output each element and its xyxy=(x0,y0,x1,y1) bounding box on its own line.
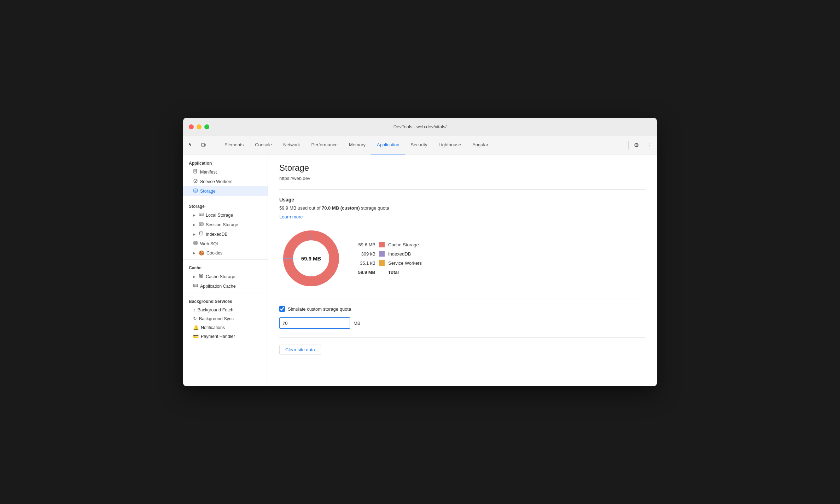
legend-label-indexeddb: IndexedDB xyxy=(388,251,411,257)
usage-title: Usage xyxy=(279,197,646,203)
sidebar-item-service-workers[interactable]: Service Workers xyxy=(183,177,268,186)
expand-arrow: ▶ xyxy=(193,275,197,279)
tab-memory[interactable]: Memory xyxy=(343,136,371,154)
sidebar-item-payment-handler[interactable]: 💳 Payment Handler xyxy=(183,332,268,341)
sidebar-item-notifications[interactable]: 🔔 Notifications xyxy=(183,323,268,332)
legend-label-sw: Service Workers xyxy=(388,260,422,266)
service-workers-label: Service Workers xyxy=(200,179,232,184)
sidebar-item-cookies[interactable]: ▶ 🍪 Cookies xyxy=(183,248,268,257)
sidebar-section-application: Application xyxy=(183,157,268,167)
legend-row-cache: 59.6 MB Cache Storage xyxy=(354,242,422,247)
actions-divider xyxy=(628,141,629,150)
legend-row-sw: 35.1 kB Service Workers xyxy=(354,260,422,266)
bg-sync-label: Background Sync xyxy=(199,316,234,321)
donut-chart: 59.9 MB xyxy=(279,227,343,290)
service-workers-icon xyxy=(193,178,198,184)
tab-angular[interactable]: Angular xyxy=(467,136,494,154)
storage-icon xyxy=(193,188,198,194)
usage-text: 59.9 MB used out of 70.0 MB (custom) sto… xyxy=(279,205,646,211)
expand-arrow: ▶ xyxy=(193,213,197,217)
more-icon[interactable]: ⋮ xyxy=(644,140,654,150)
legend-row-indexeddb: 309 kB IndexedDB xyxy=(354,251,422,257)
settings-icon[interactable]: ⚙ xyxy=(631,140,641,150)
cookies-icon: 🍪 xyxy=(199,250,204,256)
svg-point-7 xyxy=(194,179,197,183)
section-divider-2 xyxy=(279,299,646,299)
legend: 59.6 MB Cache Storage 309 kB IndexedDB 3… xyxy=(354,242,422,275)
content-url: https://web.dev xyxy=(279,176,646,181)
local-storage-icon xyxy=(199,212,204,218)
sidebar-item-manifest[interactable]: Manifest xyxy=(183,167,268,177)
sidebar-item-bg-sync[interactable]: ↻ Background Sync xyxy=(183,314,268,323)
indexeddb-label: IndexedDB xyxy=(206,232,228,237)
notifications-label: Notifications xyxy=(201,325,225,330)
cache-swatch xyxy=(379,242,385,247)
learn-more-link[interactable]: Learn more xyxy=(279,214,303,219)
svg-rect-1 xyxy=(205,144,206,146)
sidebar-item-indexeddb[interactable]: ▶ IndexedDB xyxy=(183,229,268,239)
devtools-window: DevTools - web.dev/vitals/ Elements xyxy=(183,118,657,386)
usage-bold: 70.0 MB (custom) xyxy=(322,205,360,211)
sidebar-section-bg-services: Background Services xyxy=(183,295,268,305)
device-icon[interactable] xyxy=(199,140,209,150)
tab-security[interactable]: Security xyxy=(405,136,433,154)
sidebar-item-application-cache[interactable]: Application Cache xyxy=(183,281,268,291)
svg-rect-9 xyxy=(199,213,203,216)
tab-application[interactable]: Application xyxy=(371,136,405,154)
indexeddb-swatch xyxy=(379,251,385,257)
sidebar-item-bg-fetch[interactable]: ↕ Background Fetch xyxy=(183,305,268,314)
tab-performance[interactable]: Performance xyxy=(306,136,343,154)
legend-label-cache: Cache Storage xyxy=(388,242,419,247)
sidebar-item-session-storage[interactable]: ▶ Session Storage xyxy=(183,220,268,229)
bg-fetch-label: Background Fetch xyxy=(198,307,233,312)
expand-arrow: ▶ xyxy=(193,251,197,255)
sidebar-section-storage: Storage xyxy=(183,200,268,210)
svg-rect-20 xyxy=(193,284,198,287)
legend-value-sw: 35.1 kB xyxy=(354,260,375,266)
tab-console[interactable]: Console xyxy=(249,136,278,154)
window-title: DevTools - web.dev/vitals/ xyxy=(393,124,447,129)
legend-row-total: 59.9 MB Total xyxy=(354,269,422,275)
donut-center-label: 59.9 MB xyxy=(301,256,321,262)
sidebar-item-web-sql[interactable]: Web SQL xyxy=(183,239,268,248)
tab-network[interactable]: Network xyxy=(278,136,306,154)
cookies-label: Cookies xyxy=(206,251,222,256)
quota-input[interactable] xyxy=(279,317,350,329)
quota-unit: MB xyxy=(354,321,361,326)
close-button[interactable] xyxy=(189,124,194,129)
title-bar: DevTools - web.dev/vitals/ xyxy=(183,118,657,136)
sidebar-item-storage[interactable]: Storage xyxy=(183,186,268,196)
svg-point-8 xyxy=(194,189,197,190)
maximize-button[interactable] xyxy=(204,124,209,129)
bg-sync-icon: ↻ xyxy=(193,316,197,321)
svg-rect-0 xyxy=(202,143,205,146)
section-divider-1 xyxy=(279,189,646,190)
tab-lighthouse[interactable]: Lighthouse xyxy=(433,136,467,154)
svg-point-19 xyxy=(199,274,203,276)
session-storage-icon xyxy=(199,222,204,228)
clear-site-data-button[interactable]: Clear site data xyxy=(279,345,321,355)
web-sql-label: Web SQL xyxy=(200,241,219,246)
inspect-icon[interactable] xyxy=(186,140,196,150)
cache-storage-icon xyxy=(199,274,204,280)
simulate-quota-checkbox[interactable] xyxy=(279,306,285,312)
expand-arrow: ▶ xyxy=(193,233,197,236)
tab-elements[interactable]: Elements xyxy=(219,136,249,154)
content-area: Storage https://web.dev Usage 59.9 MB us… xyxy=(268,154,657,386)
legend-value-cache: 59.6 MB xyxy=(354,242,375,247)
sidebar: Application Manifest Service Workers xyxy=(183,154,268,386)
legend-label-total: Total xyxy=(388,270,399,275)
application-cache-icon xyxy=(193,283,198,289)
divider-1 xyxy=(183,198,268,198)
divider-2 xyxy=(183,259,268,260)
checkbox-row: Simulate custom storage quota xyxy=(279,306,646,312)
sidebar-item-cache-storage[interactable]: ▶ Cache Storage xyxy=(183,272,268,281)
sidebar-item-local-storage[interactable]: ▶ Local Storage xyxy=(183,210,268,220)
manifest-label: Manifest xyxy=(200,170,217,175)
indexeddb-icon xyxy=(199,231,204,237)
session-storage-label: Session Storage xyxy=(206,222,238,227)
tabs: Elements Console Network Performance Mem… xyxy=(219,136,625,154)
minimize-button[interactable] xyxy=(197,124,202,129)
checkbox-label[interactable]: Simulate custom storage quota xyxy=(288,306,351,312)
total-swatch xyxy=(379,269,385,275)
